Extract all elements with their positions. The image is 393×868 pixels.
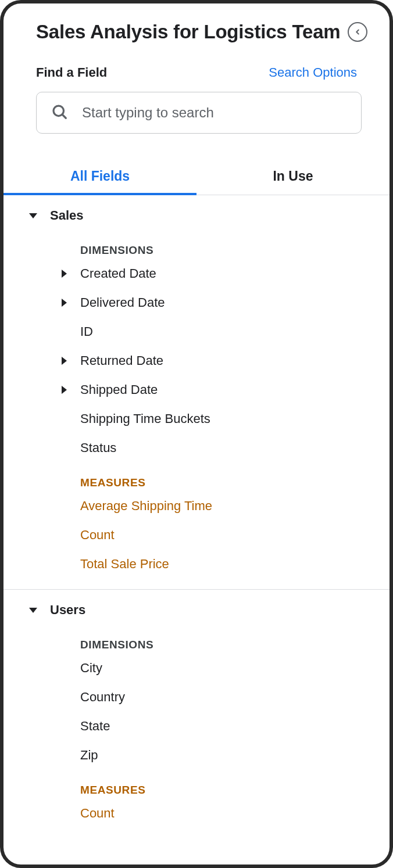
header-row: Sales Analysis for Logistics Team xyxy=(3,3,390,43)
group-sales: Sales DIMENSIONS Created Date Delivered … xyxy=(3,195,390,590)
caret-down-icon xyxy=(29,608,37,613)
caret-right-icon xyxy=(62,386,67,394)
field-country[interactable]: Country xyxy=(3,683,390,712)
field-label: Returned Date xyxy=(80,353,163,368)
field-id[interactable]: ID xyxy=(3,317,390,346)
search-options-link[interactable]: Search Options xyxy=(269,65,357,80)
field-total-sale-price[interactable]: Total Sale Price xyxy=(3,550,390,579)
field-returned-date[interactable]: Returned Date xyxy=(3,346,390,375)
field-label: Created Date xyxy=(80,266,156,281)
field-status[interactable]: Status xyxy=(3,433,390,462)
field-label: State xyxy=(80,719,110,734)
group-header-users[interactable]: Users xyxy=(3,590,390,625)
caret-down-icon xyxy=(29,213,37,218)
field-average-shipping-time[interactable]: Average Shipping Time xyxy=(3,492,390,521)
caret-right-icon xyxy=(62,299,67,307)
field-label: Shipped Date xyxy=(80,382,158,397)
field-picker-panel: Sales Analysis for Logistics Team Find a… xyxy=(0,0,393,868)
field-shipped-date[interactable]: Shipped Date xyxy=(3,375,390,404)
group-users: Users DIMENSIONS City Country State Zip … xyxy=(3,590,390,838)
search-wrap xyxy=(3,80,390,134)
collapse-panel-button[interactable] xyxy=(348,22,367,42)
field-city[interactable]: City xyxy=(3,654,390,683)
field-label: Average Shipping Time xyxy=(80,498,212,514)
field-label: Total Sale Price xyxy=(80,557,169,572)
field-label: Count xyxy=(80,528,115,543)
svg-line-1 xyxy=(62,114,66,118)
group-title: Users xyxy=(50,602,85,618)
field-users-count[interactable]: Count xyxy=(3,799,390,828)
tab-all-fields[interactable]: All Fields xyxy=(3,159,196,195)
panel-title: Sales Analysis for Logistics Team xyxy=(36,21,340,43)
search-input[interactable] xyxy=(82,105,347,121)
section-label-measures: MEASURES xyxy=(3,462,390,492)
field-delivered-date[interactable]: Delivered Date xyxy=(3,288,390,317)
field-label: City xyxy=(80,661,102,676)
chevron-left-icon xyxy=(353,28,362,36)
tab-in-use[interactable]: In Use xyxy=(196,159,390,195)
group-title: Sales xyxy=(50,208,84,223)
field-label: Status xyxy=(80,440,116,455)
field-shipping-time-buckets[interactable]: Shipping Time Buckets xyxy=(3,404,390,433)
field-label: Zip xyxy=(80,748,98,763)
field-label: Shipping Time Buckets xyxy=(80,411,210,426)
field-label: Delivered Date xyxy=(80,295,165,310)
field-count[interactable]: Count xyxy=(3,521,390,550)
field-label: ID xyxy=(80,324,93,339)
caret-right-icon xyxy=(62,357,67,365)
field-state[interactable]: State xyxy=(3,712,390,741)
search-icon xyxy=(51,103,68,123)
find-row: Find a Field Search Options xyxy=(3,43,390,80)
section-label-dimensions: DIMENSIONS xyxy=(3,625,390,654)
field-created-date[interactable]: Created Date xyxy=(3,259,390,288)
find-field-label: Find a Field xyxy=(36,65,107,80)
field-label: Count xyxy=(80,806,115,821)
section-label-dimensions: DIMENSIONS xyxy=(3,230,390,259)
field-zip[interactable]: Zip xyxy=(3,741,390,770)
search-box[interactable] xyxy=(36,92,362,134)
caret-right-icon xyxy=(62,270,67,278)
tabs: All Fields In Use xyxy=(3,159,390,195)
group-header-sales[interactable]: Sales xyxy=(3,195,390,230)
section-label-measures: MEASURES xyxy=(3,770,390,799)
field-label: Country xyxy=(80,690,125,705)
